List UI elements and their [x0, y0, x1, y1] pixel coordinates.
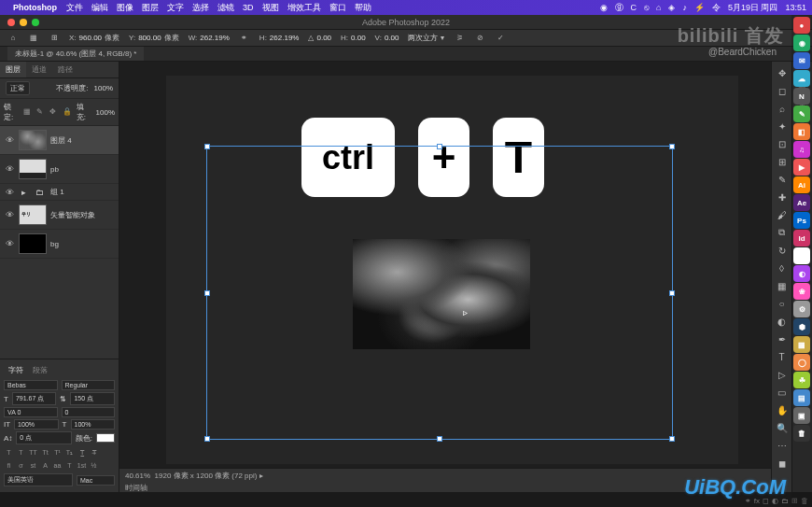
- menu-file[interactable]: 文件: [66, 2, 83, 14]
- opentype-icon[interactable]: aa: [52, 460, 63, 471]
- dock-app-icon[interactable]: N: [793, 88, 810, 105]
- layer-thumbnail[interactable]: [19, 204, 47, 225]
- transform-handle[interactable]: [437, 144, 442, 149]
- app-name[interactable]: Photoshop: [13, 3, 57, 12]
- layer-row[interactable]: 👁 图层 4: [0, 126, 119, 155]
- menu-view[interactable]: 视图: [262, 2, 279, 14]
- menu-filter[interactable]: 滤镜: [217, 2, 234, 14]
- character-tab[interactable]: 字符: [4, 363, 28, 377]
- close-button[interactable]: [7, 19, 15, 26]
- marquee-tool-icon[interactable]: ◻: [775, 83, 790, 98]
- stamp-tool-icon[interactable]: ⧉: [775, 225, 790, 240]
- menu-help[interactable]: 帮助: [355, 2, 371, 14]
- minimize-button[interactable]: [20, 19, 27, 26]
- layer-row[interactable]: 👁 pb: [0, 155, 119, 184]
- visibility-icon[interactable]: 👁: [4, 239, 15, 248]
- status-icon[interactable]: ⌂: [656, 3, 661, 12]
- status-icon[interactable]: ⓖ: [615, 2, 623, 14]
- layer-group-row[interactable]: 👁 ▸ 🗀 组 1: [0, 184, 119, 201]
- dock-app-icon[interactable]: Ai: [793, 176, 810, 193]
- strikethrough-icon[interactable]: T̶: [89, 447, 99, 458]
- font-family-select[interactable]: Bebas: [4, 380, 58, 390]
- layer-name[interactable]: bg: [50, 240, 59, 248]
- healing-tool-icon[interactable]: ✚: [775, 190, 790, 204]
- cancel-transform-icon[interactable]: ⊘: [474, 33, 485, 44]
- dock-app-icon[interactable]: ✎: [793, 106, 810, 122]
- opentype-icon[interactable]: st: [28, 460, 38, 471]
- transform-handle[interactable]: [204, 144, 210, 149]
- gradient-tool-icon[interactable]: ▦: [775, 278, 790, 293]
- underline-icon[interactable]: T̲: [77, 447, 87, 458]
- status-icon[interactable]: ◈: [668, 3, 675, 12]
- commit-transform-icon[interactable]: ✓: [495, 33, 506, 44]
- dock-app-icon[interactable]: ◯: [793, 354, 810, 371]
- transform-handle[interactable]: [204, 436, 210, 442]
- h-value[interactable]: 262.19%: [270, 34, 300, 42]
- history-brush-tool-icon[interactable]: ↻: [775, 243, 790, 258]
- shape-tool-icon[interactable]: ▭: [775, 385, 790, 400]
- paths-tab[interactable]: 路径: [52, 62, 78, 77]
- dock-app-icon[interactable]: Ps: [793, 212, 810, 229]
- dock-app-icon[interactable]: ⚙: [793, 301, 810, 317]
- status-icon[interactable]: ⎋: [644, 3, 649, 12]
- opentype-icon[interactable]: 1st: [77, 460, 87, 471]
- menu-select[interactable]: 选择: [192, 2, 209, 14]
- canvas-area[interactable]: ctrl + T ▹ 40.61% 1920 像素 x 1200 像素 (72 …: [119, 62, 771, 492]
- dock-app-icon[interactable]: ●: [793, 17, 810, 34]
- status-icon[interactable]: ♪: [682, 3, 687, 12]
- brush-tool-icon[interactable]: 🖌: [775, 207, 790, 222]
- menubar-date[interactable]: 5月19日 周四: [728, 2, 778, 14]
- battery-icon[interactable]: ⚡: [694, 3, 705, 12]
- visibility-icon[interactable]: 👁: [4, 210, 15, 219]
- dock-app-icon[interactable]: ▤: [793, 389, 810, 406]
- timeline-label[interactable]: 时间轴: [125, 483, 147, 492]
- document-tab[interactable]: 未标题-1 @ 40.6% (图层 4, RGB/8) *: [7, 47, 144, 61]
- language-select[interactable]: 美国英语: [4, 473, 73, 486]
- transform-handle[interactable]: [437, 436, 442, 442]
- hand-tool-icon[interactable]: ✋: [775, 402, 790, 417]
- layer-name[interactable]: pb: [50, 165, 59, 174]
- layer-name[interactable]: 图层 4: [50, 135, 72, 146]
- kerning-input[interactable]: VA 0: [4, 407, 58, 417]
- home-icon[interactable]: ⌂: [7, 33, 19, 44]
- document-canvas[interactable]: ctrl + T ▹: [166, 76, 738, 464]
- channels-tab[interactable]: 通道: [26, 62, 52, 77]
- layer-row[interactable]: 👁 bg: [0, 230, 119, 259]
- dock-app-icon[interactable]: ✉: [793, 52, 810, 69]
- lock-position-icon[interactable]: ✥: [49, 107, 59, 118]
- move-tool-icon[interactable]: ✥: [775, 65, 790, 80]
- bold-icon[interactable]: T: [4, 447, 14, 458]
- vscale-input[interactable]: 100%: [14, 419, 59, 430]
- transform-handle[interactable]: [669, 290, 675, 296]
- x-value[interactable]: 960.00: [79, 34, 102, 42]
- text-color-swatch[interactable]: [96, 433, 115, 443]
- dock-app-icon[interactable]: ◧: [793, 123, 810, 140]
- tracking-input[interactable]: 0: [62, 407, 116, 417]
- menubar-time[interactable]: 13:51: [785, 3, 806, 12]
- antialias-select[interactable]: Mac: [77, 475, 115, 486]
- reference-point-icon[interactable]: ⊞: [49, 33, 60, 44]
- interpolation-select[interactable]: 两次立方: [408, 33, 438, 43]
- zoom-level[interactable]: 40.61%: [125, 472, 150, 480]
- transform-handle[interactable]: [669, 144, 675, 149]
- dock-app-icon[interactable]: ▣: [793, 407, 810, 424]
- layers-tab[interactable]: 图层: [0, 62, 26, 77]
- frame-tool-icon[interactable]: ⊞: [775, 154, 790, 169]
- status-icon[interactable]: C: [631, 3, 637, 12]
- superscript-icon[interactable]: T¹: [52, 447, 63, 458]
- layer-thumbnail[interactable]: [19, 233, 47, 254]
- subscript-icon[interactable]: T₁: [64, 447, 75, 458]
- warp-icon[interactable]: ⚞: [454, 33, 465, 44]
- edit-toolbar-icon[interactable]: ⋯: [775, 438, 790, 453]
- menu-image[interactable]: 图像: [117, 2, 133, 14]
- lock-transparency-icon[interactable]: ▦: [23, 107, 33, 118]
- blur-tool-icon[interactable]: ○: [775, 296, 790, 311]
- dock-app-icon[interactable]: 🗑: [793, 425, 810, 442]
- transform-handle[interactable]: [669, 436, 675, 442]
- dock-app-icon[interactable]: ▶: [793, 159, 810, 176]
- wifi-icon[interactable]: 令: [712, 2, 721, 14]
- opentype-icon[interactable]: T: [64, 460, 75, 471]
- hskew-value[interactable]: 0.00: [351, 34, 366, 42]
- y-value[interactable]: 800.00: [138, 34, 161, 42]
- dock-app-icon[interactable]: ◐: [793, 265, 810, 282]
